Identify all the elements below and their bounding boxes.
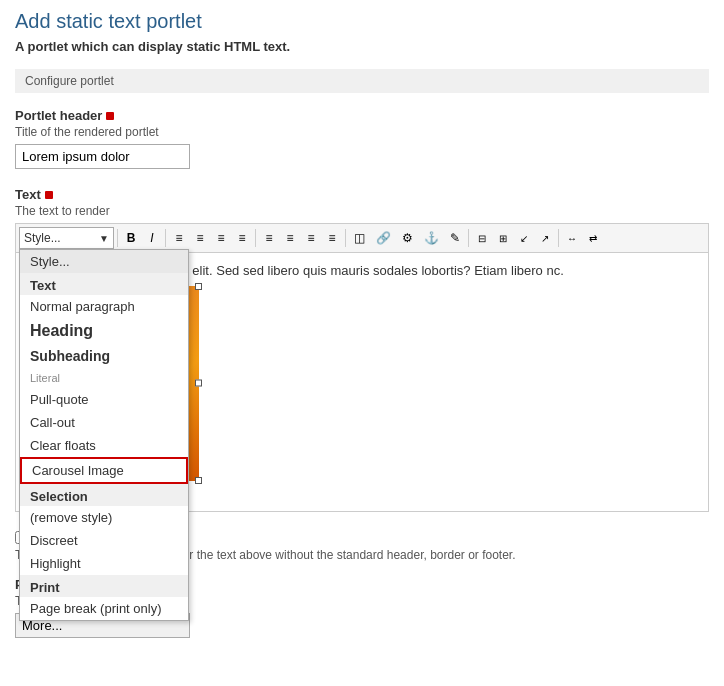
dropdown-item-normal[interactable]: Normal paragraph — [20, 295, 188, 318]
breadcrumb: Configure portlet — [15, 69, 709, 93]
dropdown-item-style[interactable]: Style... — [20, 250, 188, 273]
bold-button[interactable]: B — [121, 227, 141, 249]
portlet-header-label: Portlet header — [15, 108, 709, 123]
text-label: Text — [15, 187, 709, 202]
required-indicator — [106, 112, 114, 120]
insert-anchor-button[interactable]: ⚓ — [419, 227, 444, 249]
edit-html-button[interactable]: ✎ — [445, 227, 465, 249]
dropdown-item-literal[interactable]: Literal — [20, 368, 188, 388]
dropdown-item-pagebreak[interactable]: Page break (print only) — [20, 597, 188, 620]
dropdown-item-clearfloats[interactable]: Clear floats — [20, 434, 188, 457]
handle-middle-right[interactable] — [195, 380, 202, 387]
outdent-button[interactable]: ≡ — [301, 227, 321, 249]
dropdown-item-pullquote[interactable]: Pull-quote — [20, 388, 188, 411]
extra-btn-3[interactable]: ↙ — [514, 227, 534, 249]
insert-link-button[interactable]: 🔗 — [371, 227, 396, 249]
toolbar-separator-2 — [165, 229, 166, 247]
style-dropdown-menu: Style... Text Normal paragraph Heading S… — [19, 249, 189, 621]
italic-button[interactable]: I — [142, 227, 162, 249]
text-section: Text The text to render Style... ▼ Style… — [15, 187, 709, 512]
indent-button[interactable]: ≡ — [322, 227, 342, 249]
toolbar-separator-5 — [468, 229, 469, 247]
toolbar-separator-6 — [558, 229, 559, 247]
handle-bottom-right[interactable] — [195, 477, 202, 484]
list-unordered-button[interactable]: ≡ — [259, 227, 279, 249]
handle-top-right[interactable] — [195, 283, 202, 290]
page-subtitle: A portlet which can display static HTML … — [15, 39, 709, 54]
dropdown-item-removestyle[interactable]: (remove style) — [20, 506, 188, 529]
extra-btn-5[interactable]: ↔ — [562, 227, 582, 249]
dropdown-section-selection: Selection — [20, 484, 188, 506]
list-ordered-button[interactable]: ≡ — [280, 227, 300, 249]
align-right-button[interactable]: ≡ — [211, 227, 231, 249]
required-indicator-text — [45, 191, 53, 199]
page-title: Add static text portlet — [15, 10, 709, 33]
align-justify-button[interactable]: ≡ — [232, 227, 252, 249]
dropdown-item-callout[interactable]: Call-out — [20, 411, 188, 434]
toolbar-separator-4 — [345, 229, 346, 247]
extra-btn-2[interactable]: ⊞ — [493, 227, 513, 249]
style-select-value: Style... — [24, 231, 61, 245]
insert-image-button[interactable]: ◫ — [349, 227, 370, 249]
dropdown-item-heading[interactable]: Heading — [20, 318, 188, 344]
editor-toolbar: Style... ▼ Style... Text Normal paragrap… — [15, 223, 709, 252]
dropdown-item-discreet[interactable]: Discreet — [20, 529, 188, 552]
portlet-header-section: Portlet header Title of the rendered por… — [15, 108, 709, 169]
chevron-down-icon: ▼ — [99, 233, 109, 244]
dropdown-item-highlight[interactable]: Highlight — [20, 552, 188, 575]
extra-btn-1[interactable]: ⊟ — [472, 227, 492, 249]
portlet-header-input[interactable] — [15, 144, 190, 169]
dropdown-section-text: Text — [20, 273, 188, 295]
toolbar-separator-1 — [117, 229, 118, 247]
extra-btn-6[interactable]: ⇄ — [583, 227, 603, 249]
portlet-header-desc: Title of the rendered portlet — [15, 125, 709, 139]
insert-media-button[interactable]: ⚙ — [397, 227, 418, 249]
dropdown-item-subheading[interactable]: Subheading — [20, 344, 188, 368]
align-center-button[interactable]: ≡ — [190, 227, 210, 249]
toolbar-separator-3 — [255, 229, 256, 247]
extra-btn-4[interactable]: ↗ — [535, 227, 555, 249]
dropdown-item-carouselimage[interactable]: Carousel Image — [20, 457, 188, 484]
dropdown-section-print: Print — [20, 575, 188, 597]
align-left-button[interactable]: ≡ — [169, 227, 189, 249]
text-desc: The text to render — [15, 204, 709, 218]
style-dropdown-wrapper[interactable]: Style... ▼ Style... Text Normal paragrap… — [19, 227, 114, 249]
style-select[interactable]: Style... ▼ — [19, 227, 114, 249]
